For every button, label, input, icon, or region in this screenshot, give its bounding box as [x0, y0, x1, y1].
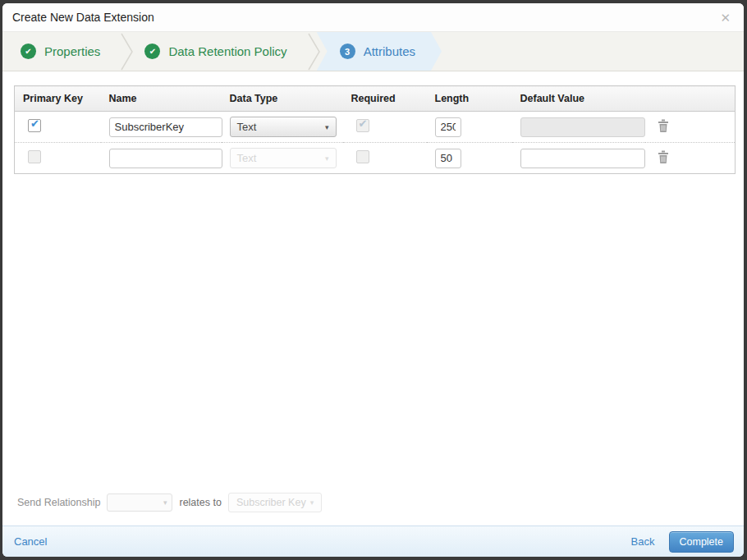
close-icon[interactable]: [717, 10, 734, 25]
wizard-steps: Properties Data Retention Policy 3 Attri…: [2, 32, 744, 71]
step-number-badge: 3: [340, 44, 355, 59]
delete-row-button[interactable]: [657, 149, 670, 168]
data-type-value: Text: [237, 121, 257, 133]
delete-row-button[interactable]: [657, 118, 670, 136]
data-type-select: Text: [230, 148, 337, 168]
chevron-down-icon: [163, 498, 167, 507]
header-required: Required: [343, 86, 427, 112]
table-header-row: Primary Key Name Data Type Required Leng…: [15, 86, 736, 112]
back-link[interactable]: Back: [631, 535, 655, 548]
required-checkbox: [356, 119, 369, 132]
subscriber-key-label: Subscriber Key: [236, 497, 306, 508]
header-name: Name: [101, 86, 222, 112]
header-primary-key: Primary Key: [15, 86, 101, 112]
default-value-input[interactable]: [520, 149, 645, 168]
modal-footer: Cancel Back Complete: [2, 526, 744, 557]
primary-key-checkbox[interactable]: [28, 150, 41, 163]
data-type-value: Text: [237, 152, 257, 164]
check-circle-icon: [144, 44, 160, 59]
subscriber-key-dropdown: Subscriber Key: [228, 493, 322, 512]
attribute-row-2: Text: [15, 143, 736, 174]
complete-button[interactable]: Complete: [669, 531, 735, 553]
header-length: Length: [427, 86, 512, 112]
step-separator-icon: [307, 32, 322, 71]
primary-key-checkbox[interactable]: [28, 119, 41, 132]
length-input[interactable]: [435, 117, 461, 137]
chevron-down-icon: [325, 123, 329, 131]
trash-icon: [657, 118, 670, 133]
chevron-down-icon: [310, 498, 314, 507]
default-value-input: [520, 117, 645, 137]
step-separator-icon: [120, 32, 135, 71]
chevron-down-icon: [325, 154, 329, 163]
create-data-extension-modal: Create New Data Extension Properties Dat…: [2, 3, 744, 557]
step-attributes[interactable]: 3 Attributes: [317, 32, 442, 71]
required-checkbox[interactable]: [356, 150, 369, 163]
send-relationship-select: [107, 493, 172, 512]
header-data-type: Data Type: [222, 86, 343, 112]
step-label: Data Retention Policy: [168, 44, 286, 58]
step-properties[interactable]: Properties: [2, 32, 120, 71]
name-input[interactable]: [109, 149, 222, 168]
modal-content: Primary Key Name Data Type Required Leng…: [2, 71, 744, 526]
step-label: Attributes: [364, 44, 415, 58]
relates-to-label: relates to: [179, 497, 221, 508]
send-relationship-row: Send Relationship relates to Subscriber …: [14, 493, 736, 526]
cancel-link[interactable]: Cancel: [14, 535, 47, 548]
length-input[interactable]: [435, 149, 461, 168]
trash-icon: [657, 149, 670, 164]
modal-titlebar: Create New Data Extension: [2, 3, 744, 32]
attributes-table: Primary Key Name Data Type Required Leng…: [14, 85, 736, 174]
name-input[interactable]: [109, 117, 222, 137]
attribute-row-1: Text: [15, 112, 736, 143]
header-actions: [645, 86, 736, 112]
step-data-retention-policy[interactable]: Data Retention Policy: [135, 32, 306, 71]
step-label: Properties: [44, 44, 100, 58]
header-default-value: Default Value: [512, 86, 645, 112]
check-circle-icon: [21, 44, 36, 59]
data-type-select[interactable]: Text: [230, 117, 337, 137]
modal-title: Create New Data Extension: [12, 11, 154, 24]
send-relationship-label: Send Relationship: [17, 497, 100, 508]
